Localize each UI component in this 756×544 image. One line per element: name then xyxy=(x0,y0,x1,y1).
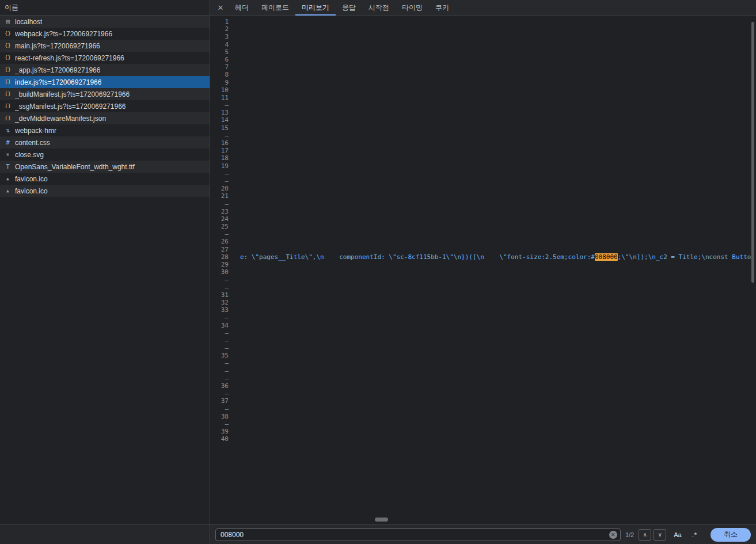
request-name: _devMiddlewareManifest.json xyxy=(15,115,106,123)
tab-initiator[interactable]: 시작점 xyxy=(362,0,396,16)
code-row: 28 e: \"pages__Title\",\n componentId: \… xyxy=(210,253,756,261)
code-row: 18 xyxy=(210,154,756,162)
code-line xyxy=(233,306,756,314)
network-request-row-1[interactable]: ▤ localhost xyxy=(0,16,210,28)
code-row: – xyxy=(210,200,756,208)
network-request-row-2[interactable]: {} webpack.js?ts=1720069271966 xyxy=(0,28,210,40)
line-number: 4 xyxy=(210,41,233,48)
line-number: – xyxy=(210,337,233,344)
network-request-row-15[interactable]: ▲ favicon.ico xyxy=(0,185,210,197)
code-row: 27 xyxy=(210,246,756,253)
code-line xyxy=(233,435,756,443)
code-row: 15 xyxy=(210,124,756,132)
clear-search-icon[interactable]: ✕ xyxy=(609,531,617,539)
vertical-scrollbar-thumb[interactable] xyxy=(751,22,754,283)
line-number: – xyxy=(210,230,233,238)
code-row: – xyxy=(210,405,756,413)
regex-button[interactable]: .* xyxy=(689,531,700,538)
tab-cookies[interactable]: 쿠키 xyxy=(429,0,455,16)
script-file-icon: {} xyxy=(3,40,12,52)
script-file-icon: {} xyxy=(3,76,12,88)
code-row: 40 xyxy=(210,435,756,443)
code-row: 36 xyxy=(210,382,756,390)
code-row: 31 xyxy=(210,291,756,299)
code-row: – xyxy=(210,344,756,352)
request-name: react-refresh.js?ts=1720069271966 xyxy=(15,54,124,62)
code-row: – xyxy=(210,284,756,291)
previous-match-button[interactable]: ∧ xyxy=(639,529,651,541)
network-request-row-13[interactable]: T OpenSans_VariableFont_wdth_wght.ttf xyxy=(0,161,210,173)
network-request-row-4[interactable]: {} react-refresh.js?ts=1720069271966 xyxy=(0,52,210,64)
cancel-button[interactable]: 취소 xyxy=(711,528,751,542)
network-request-row-10[interactable]: ⇅ webpack-hmr xyxy=(0,124,210,136)
line-number: 14 xyxy=(210,116,233,124)
name-column-header[interactable]: 이름 xyxy=(0,0,210,16)
line-number: – xyxy=(210,405,233,413)
code-line xyxy=(233,25,756,33)
next-match-button[interactable]: ∨ xyxy=(654,529,666,541)
tab-timing[interactable]: 타이밍 xyxy=(396,0,429,16)
search-match-highlight: 008000 xyxy=(595,253,618,261)
line-number: 30 xyxy=(210,268,233,276)
line-number: 9 xyxy=(210,79,233,86)
network-request-row-12[interactable]: ✕ close.svg xyxy=(0,149,210,161)
line-number: 16 xyxy=(210,139,233,147)
code-row: 30 xyxy=(210,268,756,276)
line-number: 11 xyxy=(210,94,233,101)
code-line xyxy=(233,147,756,154)
network-request-row-3[interactable]: {} main.js?ts=1720069271966 xyxy=(0,40,210,52)
network-request-row-7[interactable]: {} _buildManifest.js?ts=1720069271966 xyxy=(0,88,210,100)
request-name: content.css xyxy=(15,139,50,147)
font-file-icon: T xyxy=(3,161,12,173)
search-input[interactable] xyxy=(215,528,621,541)
line-number: 7 xyxy=(210,63,233,71)
find-input-wrap: ✕ xyxy=(215,528,621,541)
tab-response[interactable]: 응답 xyxy=(336,0,362,16)
network-request-row-14[interactable]: ▲ favicon.ico xyxy=(0,173,210,185)
websocket-file-icon: ⇅ xyxy=(3,124,12,136)
tab-payload[interactable]: 페이로드 xyxy=(255,0,295,16)
code-line xyxy=(233,79,756,86)
code-line xyxy=(233,268,756,276)
code-line xyxy=(233,314,756,321)
code-row: – xyxy=(210,359,756,367)
code-row: 33 xyxy=(210,306,756,314)
request-name: favicon.ico xyxy=(15,187,48,195)
line-number: 36 xyxy=(210,382,233,390)
code-line xyxy=(233,215,756,223)
code-line xyxy=(233,284,756,291)
code-line xyxy=(233,101,756,109)
network-request-row-5[interactable]: {} _app.js?ts=1720069271966 xyxy=(0,64,210,76)
network-request-panel: 이름 ▤ localhost {} webpack.js?ts=17200692… xyxy=(0,0,210,544)
code-row: – xyxy=(210,314,756,321)
code-row: 16 xyxy=(210,139,756,147)
line-number: – xyxy=(210,390,233,397)
line-number: – xyxy=(210,329,233,337)
code-row: – xyxy=(210,329,756,337)
network-request-row-11[interactable]: # content.css xyxy=(0,136,210,149)
request-name: main.js?ts=1720069271966 xyxy=(15,42,100,50)
tab-preview[interactable]: 미리보기 xyxy=(295,0,336,16)
code-row: 32 xyxy=(210,299,756,306)
code-line: e: \"pages__Title\",\n componentId: \"sc… xyxy=(233,253,756,261)
network-request-row-9[interactable]: {} _devMiddlewareManifest.json xyxy=(0,112,210,124)
line-number: 6 xyxy=(210,56,233,63)
line-number: 25 xyxy=(210,223,233,230)
network-request-row-8[interactable]: {} _ssgManifest.js?ts=1720069271966 xyxy=(0,100,210,112)
code-row: 6 xyxy=(210,56,756,63)
line-number: – xyxy=(210,420,233,428)
close-icon[interactable]: ✕ xyxy=(212,0,229,16)
code-row: 3 xyxy=(210,33,756,40)
code-row: 9 xyxy=(210,79,756,86)
match-case-button[interactable]: Aa xyxy=(671,531,684,538)
tab-headers[interactable]: 헤더 xyxy=(229,0,255,16)
code-row: 17 xyxy=(210,147,756,154)
horizontal-scrollbar-thumb[interactable] xyxy=(375,518,388,522)
code-line xyxy=(233,322,756,329)
script-file-icon: {} xyxy=(3,52,12,64)
code-line xyxy=(233,344,756,352)
code-row: – xyxy=(210,230,756,238)
code-row: 19 xyxy=(210,162,756,170)
code-line xyxy=(233,124,756,132)
network-request-row-6[interactable]: {} index.js?ts=1720069271966 xyxy=(0,76,210,88)
